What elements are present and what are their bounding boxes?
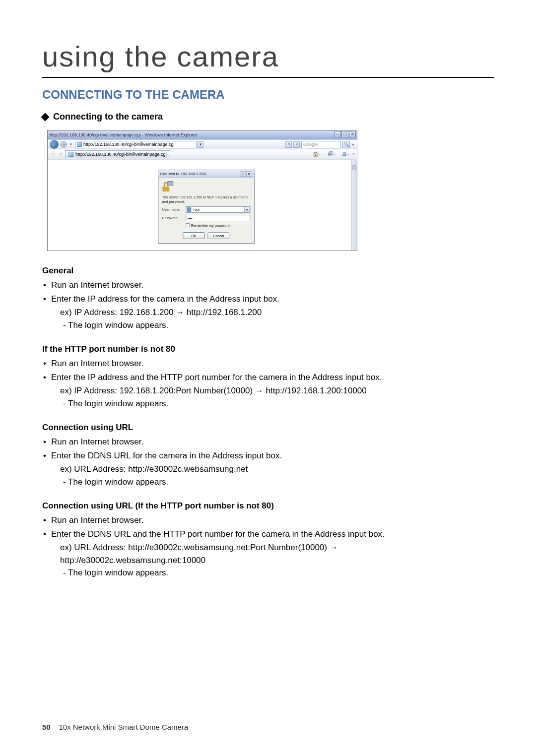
ok-button[interactable]: OK: [183, 232, 204, 239]
list-item: Run an Internet browser.: [42, 514, 494, 527]
bullet-list: Run an Internet browser.Enter the IP add…: [42, 279, 494, 331]
password-input[interactable]: ••••: [186, 215, 250, 221]
diamond-icon: [41, 113, 50, 121]
remember-label: Remember my password: [191, 224, 230, 227]
footer-sep: –: [51, 723, 59, 731]
add-favorites-icon[interactable]: ✧: [58, 151, 64, 157]
bullet-list: Run an Internet browser.Enter the DDNS U…: [42, 514, 494, 579]
bullet-list: Run an Internet browser.Enter the DDNS U…: [42, 436, 494, 488]
chapter-title: using the camera: [42, 40, 494, 78]
minimize-icon[interactable]: ─: [334, 131, 341, 137]
instruction-block: Connection using URLRun an Internet brow…: [42, 423, 494, 488]
remember-checkbox[interactable]: [186, 223, 190, 227]
password-label: Password:: [162, 216, 183, 220]
browser-tab[interactable]: http://192.168.130.40/cgi-bin/livemainpa…: [65, 150, 170, 158]
list-item: Enter the IP address for the camera in t…: [42, 293, 494, 306]
print-icon[interactable]: 🖶▾: [342, 151, 349, 157]
username-input[interactable]: root: [186, 206, 250, 213]
username-value: root: [194, 208, 200, 211]
result-line: - The login window appears.: [42, 319, 494, 332]
list-item: Enter the DDNS URL for the camera in the…: [42, 449, 494, 462]
username-dropdown-icon[interactable]: ▼: [244, 206, 250, 213]
user-icon: [187, 207, 191, 212]
ie-titlebar: http://192.168.130.40/cgi-bin/livemainpa…: [48, 130, 357, 139]
more-tools-icon[interactable]: »: [352, 151, 355, 157]
result-line: - The login window appears.: [42, 476, 494, 489]
cancel-button[interactable]: Cancel: [207, 232, 229, 239]
password-value: ••••: [188, 216, 193, 220]
forward-button[interactable]: →: [60, 141, 67, 148]
list-item: Run an Internet browser.: [42, 357, 494, 370]
remember-row[interactable]: Remember my password: [186, 223, 250, 227]
ie-nav-row: ← → ▼ http://192.168.130.40/cgi-bin/live…: [48, 139, 357, 149]
list-item: Run an Internet browser.: [42, 436, 494, 448]
tab-label: http://192.168.130.40/cgi-bin/livemainpa…: [75, 152, 167, 157]
search-input[interactable]: Google: [301, 141, 341, 148]
refresh-icon[interactable]: ↻: [285, 141, 292, 148]
screenshot-figure: http://192.168.130.40/cgi-bin/livemainpa…: [47, 130, 494, 251]
bullet-list: Run an Internet browser.Enter the IP add…: [42, 357, 494, 410]
subsection-label: Connecting to the camera: [53, 112, 163, 122]
instruction-block: Connection using URL (If the HTTP port n…: [42, 501, 494, 579]
close-icon[interactable]: ✕: [349, 131, 356, 137]
scroll-thumb[interactable]: [352, 165, 356, 170]
example-line: http://e30002c.websamsung.net:10000: [42, 554, 494, 567]
tool-separator: ·: [338, 151, 339, 157]
block-title: Connection using URL: [42, 423, 494, 433]
tool-separator: ·: [324, 151, 325, 157]
lock-server-icon: [162, 181, 173, 192]
scrollbar[interactable]: [351, 160, 357, 251]
url-text: http://192.168.130.40/cgi-bin/livemainpa…: [83, 142, 175, 147]
ie-tab-row: ☆ ✧ http://192.168.130.40/cgi-bin/livema…: [48, 149, 357, 159]
example-line: ex) URL Address: http://e30002c.websamsu…: [42, 541, 494, 554]
list-item: Enter the IP address and the HTTP port n…: [42, 371, 494, 384]
dialog-close-icon[interactable]: ✕: [246, 171, 252, 177]
block-title: General: [42, 266, 494, 276]
stop-icon[interactable]: ✕: [293, 141, 300, 148]
favorites-icon[interactable]: ☆: [50, 151, 56, 157]
result-line: - The login window appears.: [42, 567, 494, 579]
home-icon[interactable]: 🏠▾: [313, 151, 321, 157]
dialog-message: The server 192.168.1.200 at NET-i requir…: [162, 195, 250, 204]
search-icon[interactable]: 🔍: [342, 141, 350, 148]
section-heading: CONNECTING TO THE CAMERA: [42, 88, 494, 102]
doc-name: 10x Network Mini Smart Dome Camera: [59, 723, 188, 731]
instruction-block: If the HTTP port number is not 80Run an …: [42, 344, 494, 410]
history-dropdown-icon[interactable]: ▼: [68, 143, 73, 146]
dialog-help-icon[interactable]: ?: [240, 171, 246, 177]
page-footer: 50 – 10x Network Mini Smart Dome Camera: [42, 723, 188, 731]
block-title: If the HTTP port number is not 80: [42, 344, 494, 354]
ie-window: http://192.168.130.40/cgi-bin/livemainpa…: [47, 130, 357, 251]
auth-dialog: Connect to 192.168.1.200 ? ✕ The server …: [158, 170, 255, 244]
page-number: 50: [42, 723, 51, 731]
instruction-block: GeneralRun an Internet browser.Enter the…: [42, 266, 494, 331]
dialog-titlebar: Connect to 192.168.1.200 ? ✕: [158, 170, 254, 178]
page-icon: [77, 142, 82, 147]
ie-content-area: Connect to 192.168.1.200 ? ✕ The server …: [48, 159, 357, 251]
result-line: - The login window appears.: [42, 397, 494, 410]
subsection-heading: Connecting to the camera: [42, 112, 494, 122]
maximize-icon[interactable]: ☐: [341, 131, 348, 137]
list-item: Run an Internet browser.: [42, 279, 494, 292]
dialog-title: Connect to 192.168.1.200: [160, 172, 206, 176]
window-title: http://192.168.130.40/cgi-bin/livemainpa…: [50, 132, 197, 137]
address-dropdown-icon[interactable]: ▼: [198, 141, 203, 148]
example-line: ex) URL Address: http://e30002c.websamsu…: [42, 463, 494, 476]
tab-page-icon: [68, 152, 73, 157]
search-dropdown-icon[interactable]: ▾: [351, 143, 355, 146]
list-item: Enter the DDNS URL and the HTTP port num…: [42, 528, 494, 541]
back-button[interactable]: ←: [50, 140, 59, 149]
username-label: User name:: [162, 208, 183, 211]
example-line: ex) IP Address: 192.168.1.200 → http://1…: [42, 306, 494, 319]
block-title: Connection using URL (If the HTTP port n…: [42, 501, 494, 511]
example-line: ex) IP Address: 192.168.1.200:Port Numbe…: [42, 384, 494, 397]
address-bar[interactable]: http://192.168.130.40/cgi-bin/livemainpa…: [75, 141, 197, 148]
feeds-icon[interactable]: 🗐▾: [328, 151, 335, 157]
